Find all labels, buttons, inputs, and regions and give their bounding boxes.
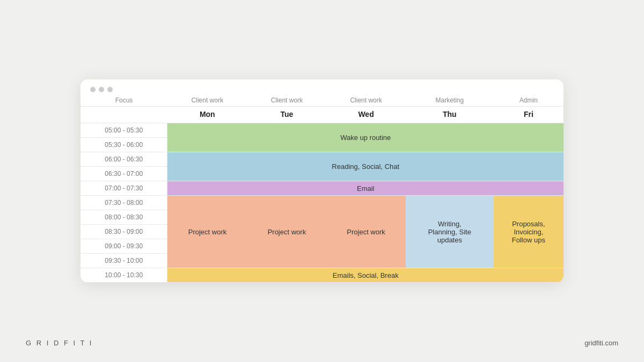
day-row: Mon Tue Wed Thu Fri — [80, 107, 564, 123]
time-label: 07:30 - 08:00 — [80, 196, 167, 210]
time-label: 08:00 - 08:30 — [80, 210, 167, 225]
schedule-block: Wake up routine — [167, 123, 564, 152]
cat-fri: Admin — [494, 92, 564, 107]
table-row: 10:00 - 10:30Emails, Social, Break — [80, 268, 564, 283]
time-label: 08:30 - 09:00 — [80, 225, 167, 239]
window-dot-3 — [107, 87, 113, 92]
table-row: 07:00 - 07:30Email — [80, 181, 564, 196]
day-wed: Wed — [326, 107, 406, 123]
day-tue: Tue — [247, 107, 327, 123]
time-label: 09:00 - 09:30 — [80, 239, 167, 254]
time-label: 07:00 - 07:30 — [80, 181, 167, 196]
time-label: 06:00 - 06:30 — [80, 152, 167, 167]
cat-wed: Client work — [326, 92, 406, 107]
time-label: 05:00 - 05:30 — [80, 123, 167, 138]
time-label: 09:30 - 10:00 — [80, 254, 167, 268]
main-card: Focus Client work Client work Client wor… — [80, 79, 564, 283]
table-row: 05:00 - 05:30Wake up routine — [80, 123, 564, 138]
day-empty — [80, 107, 167, 123]
cat-thu: Marketing — [406, 92, 494, 107]
day-thu: Thu — [406, 107, 494, 123]
time-label: 05:30 - 06:00 — [80, 138, 167, 152]
schedule-block: Emails, Social, Break — [167, 268, 564, 283]
schedule-block: Reading, Social, Chat — [167, 152, 564, 181]
window-dot-1 — [90, 87, 96, 92]
time-label: 10:00 - 10:30 — [80, 268, 167, 283]
schedule-table: Focus Client work Client work Client wor… — [80, 92, 564, 283]
brand-left: G R I D F I T I — [26, 339, 93, 347]
cat-tue: Client work — [247, 92, 327, 107]
window-dot-2 — [99, 87, 104, 92]
schedule-block: Project work — [326, 196, 406, 268]
table-row: 07:30 - 08:00Project workProject workPro… — [80, 196, 564, 210]
window-bar — [80, 79, 564, 92]
cat-mon: Client work — [167, 92, 247, 107]
day-fri: Fri — [494, 107, 564, 123]
schedule-block: Writing, Planning, Site updates — [406, 196, 494, 268]
schedule-block: Project work — [167, 196, 247, 268]
focus-header: Focus — [80, 92, 167, 107]
table-row: 06:00 - 06:30Reading, Social, Chat — [80, 152, 564, 167]
category-row: Focus Client work Client work Client wor… — [80, 92, 564, 107]
day-mon: Mon — [167, 107, 247, 123]
brand-right: gridfiti.com — [584, 339, 618, 347]
time-label: 06:30 - 07:00 — [80, 167, 167, 181]
schedule-block: Email — [167, 181, 564, 196]
schedule-block: Proposals, Invoicing, Follow ups — [494, 196, 564, 268]
schedule-block: Project work — [247, 196, 327, 268]
